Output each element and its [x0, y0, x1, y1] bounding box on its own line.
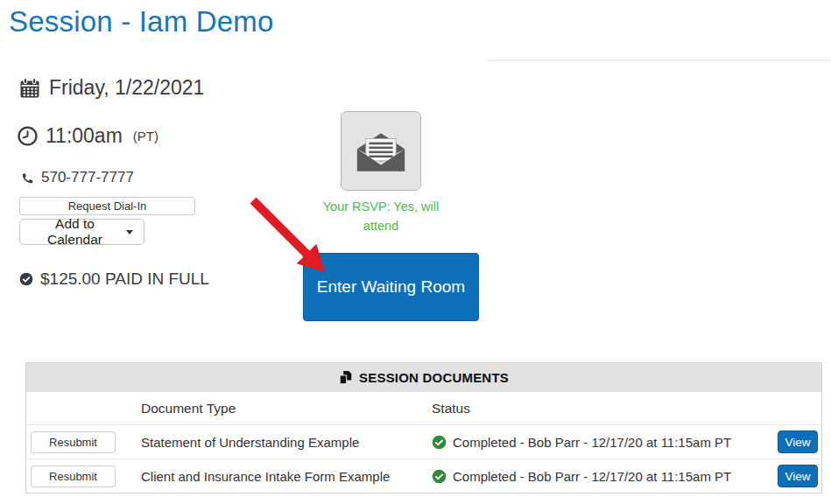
- documents-table-header: SESSION DOCUMENTS: [26, 363, 821, 392]
- completed-check-icon: [432, 435, 447, 450]
- session-page: Session - Iam Demo Friday, 1/22/2021 11:…: [0, 0, 831, 504]
- open-envelope-icon: [356, 131, 406, 172]
- status-cell: Completed - Bob Parr - 12/17/20 at 11:15…: [432, 435, 765, 450]
- column-document-type: Document Type: [141, 401, 432, 416]
- view-button[interactable]: View: [778, 430, 818, 453]
- rsvp-status-text: Your RSVP: Yes, will attend: [317, 198, 445, 236]
- session-time-row: 11:00am (PT): [18, 124, 158, 148]
- chevron-down-icon: [126, 230, 133, 234]
- completed-check-icon: [432, 469, 447, 484]
- document-type-cell: Client and Insurance Intake Form Example: [141, 469, 432, 484]
- payment-status-row: $125.00 PAID IN FULL: [19, 270, 209, 289]
- document-type-cell: Statement of Understanding Example: [141, 435, 432, 450]
- rsvp-button[interactable]: [341, 111, 421, 191]
- documents-icon: [339, 370, 352, 385]
- add-to-calendar-button[interactable]: Add to Calendar: [19, 219, 144, 245]
- add-to-calendar-label: Add to Calendar: [31, 216, 119, 248]
- paid-check-icon: [19, 272, 33, 286]
- payment-status: $125.00 PAID IN FULL: [40, 270, 209, 289]
- clock-icon: [18, 126, 38, 146]
- session-phone: 570-777-7777: [41, 169, 134, 186]
- documents-column-headers: Document Type Status: [26, 392, 821, 424]
- calendar-icon: [19, 78, 40, 99]
- table-row: Resubmit Statement of Understanding Exam…: [26, 424, 821, 458]
- table-row: Resubmit Client and Insurance Intake For…: [26, 458, 821, 493]
- phone-icon: [21, 172, 34, 185]
- documents-table-title: SESSION DOCUMENTS: [359, 370, 509, 385]
- top-divider: [487, 60, 830, 61]
- column-status: Status: [432, 401, 765, 416]
- enter-waiting-room-button[interactable]: Enter Waiting Room: [303, 253, 479, 321]
- status-text: Completed - Bob Parr - 12/17/20 at 11:15…: [453, 469, 731, 484]
- session-phone-row: 570-777-7777: [21, 169, 134, 186]
- resubmit-button[interactable]: Resubmit: [31, 466, 116, 487]
- session-time: 11:00am: [46, 124, 123, 148]
- page-title: Session - Iam Demo: [9, 5, 274, 38]
- view-button[interactable]: View: [778, 465, 818, 487]
- session-date: Friday, 1/22/2021: [49, 76, 204, 100]
- request-dial-in-button[interactable]: Request Dial-In: [19, 197, 195, 215]
- status-cell: Completed - Bob Parr - 12/17/20 at 11:15…: [432, 469, 765, 484]
- session-date-row: Friday, 1/22/2021: [19, 76, 204, 100]
- resubmit-button[interactable]: Resubmit: [31, 431, 116, 453]
- session-documents-table: SESSION DOCUMENTS Document Type Status R…: [25, 362, 822, 494]
- status-text: Completed - Bob Parr - 12/17/20 at 11:15…: [453, 435, 731, 450]
- session-timezone: (PT): [133, 129, 158, 144]
